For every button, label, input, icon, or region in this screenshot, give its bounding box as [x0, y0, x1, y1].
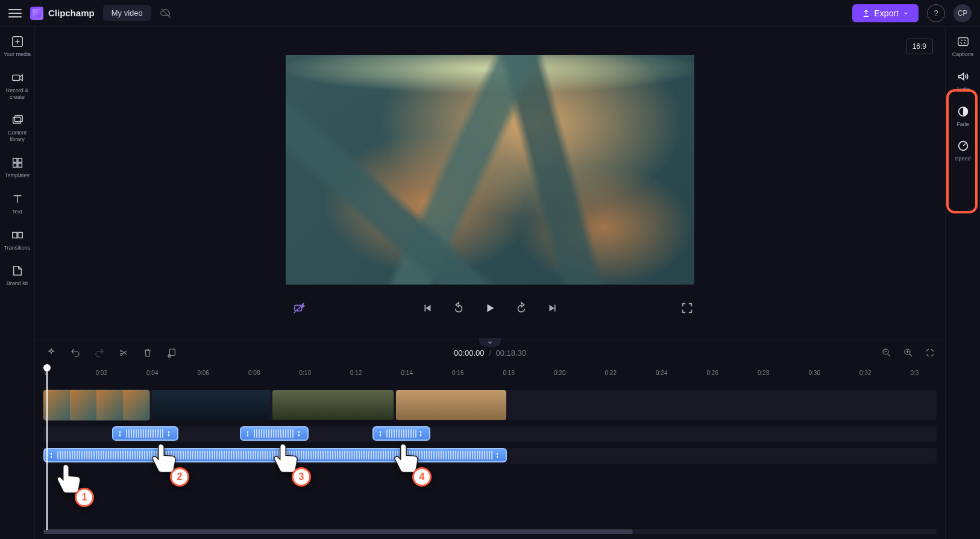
- duplicate-button[interactable]: [166, 347, 177, 358]
- svg-line-15: [294, 303, 304, 313]
- aspect-ratio-button[interactable]: 16:9: [906, 39, 933, 54]
- fullscreen-button[interactable]: [680, 301, 694, 315]
- playhead-handle[interactable]: [43, 364, 51, 371]
- app-logo[interactable]: Clipchamp: [30, 7, 95, 20]
- ruler-tick: 0:24: [656, 370, 667, 376]
- playback-controls: [285, 301, 695, 315]
- text-icon: [11, 192, 24, 206]
- ruler-tick: 0:04: [146, 370, 158, 376]
- sidebar-item-label: Fade: [956, 121, 969, 127]
- audio-clip[interactable]: [43, 448, 507, 462]
- gauge-icon: [956, 139, 970, 153]
- current-time: 00:00.00: [454, 348, 485, 358]
- speaker-icon: [956, 70, 970, 83]
- ruler-tick: 0:14: [401, 370, 413, 376]
- camera-icon: [11, 71, 24, 84]
- export-button[interactable]: Export: [852, 4, 919, 22]
- cc-icon: [956, 35, 970, 48]
- video-clip[interactable]: [272, 390, 394, 420]
- ruler-tick: 0:06: [198, 370, 209, 376]
- ruler-tick: 0:20: [554, 370, 565, 376]
- audio-clip[interactable]: [372, 426, 430, 441]
- menu-button[interactable]: [8, 7, 22, 20]
- timeline-scrollbar-thumb[interactable]: [43, 529, 633, 534]
- sidebar-item-brand-kit[interactable]: Brand kit: [1, 260, 34, 291]
- music-track[interactable]: [43, 448, 937, 464]
- ruler-tick: 0:30: [809, 370, 820, 376]
- delete-button[interactable]: [142, 347, 153, 358]
- video-clip[interactable]: [396, 390, 506, 420]
- app-header: Clipchamp My video Export ? CP: [0, 0, 980, 27]
- help-button[interactable]: ?: [927, 4, 945, 22]
- sidebar-item-label: Templates: [5, 172, 30, 178]
- rewind-button[interactable]: [452, 301, 465, 315]
- sidebar-item-captions[interactable]: Captions: [947, 30, 979, 63]
- sidebar-item-templates[interactable]: Templates: [1, 153, 34, 183]
- svg-rect-7: [13, 163, 16, 167]
- forward-button[interactable]: [515, 301, 528, 315]
- video-preview[interactable]: [286, 55, 694, 285]
- timeline-ruler[interactable]: 00:020:040:060:080:100:120:140:160:180:2…: [35, 366, 945, 383]
- zoom-out-button[interactable]: [881, 347, 892, 358]
- sidebar-item-your-media[interactable]: Your media: [1, 31, 34, 61]
- play-button[interactable]: [483, 301, 497, 315]
- ruler-tick: 0:12: [350, 370, 362, 376]
- redo-button[interactable]: [94, 347, 105, 358]
- brand-icon: [11, 264, 24, 277]
- sidebar-item-label: Record & create: [6, 87, 29, 100]
- svg-rect-10: [17, 232, 22, 238]
- skip-back-button[interactable]: [421, 301, 434, 315]
- auto-enhance-button[interactable]: [46, 347, 57, 358]
- upload-icon: [862, 9, 870, 17]
- plus-square-icon: [11, 35, 24, 48]
- tutorial-badge: 4: [412, 467, 432, 487]
- skip-forward-button[interactable]: [546, 301, 559, 315]
- avatar[interactable]: CP: [953, 4, 972, 22]
- svg-rect-9: [12, 232, 16, 238]
- sidebar-item-text[interactable]: Text: [1, 189, 34, 219]
- transition-icon: [11, 229, 24, 242]
- timecode-separator: /: [489, 348, 491, 358]
- video-clip[interactable]: [43, 390, 149, 420]
- ai-sparkle-button[interactable]: [292, 301, 306, 315]
- sidebar-item-content-library[interactable]: Content library: [1, 110, 34, 147]
- svg-rect-6: [17, 159, 21, 162]
- svg-rect-5: [13, 159, 16, 162]
- video-track[interactable]: [43, 390, 937, 420]
- project-title-field[interactable]: My video: [103, 5, 151, 21]
- sidebar-item-speed[interactable]: Speed: [947, 134, 979, 167]
- preview-stage: 16:9: [35, 27, 945, 339]
- sidebar-item-label: Speed: [955, 156, 970, 162]
- svg-rect-2: [12, 75, 19, 80]
- timecode-display: 00:00.00 / 00:18.30: [454, 348, 526, 358]
- undo-button[interactable]: [70, 347, 81, 358]
- cloud-off-icon[interactable]: [160, 7, 172, 19]
- zoom-fit-button[interactable]: [925, 347, 935, 358]
- fade-icon: [956, 105, 970, 118]
- chevron-down-icon: [903, 10, 909, 16]
- timeline-scrollbar[interactable]: [43, 529, 937, 534]
- ruler-tick: 0:3: [911, 370, 919, 376]
- sidebar-item-transitions[interactable]: Transitions: [1, 225, 34, 255]
- sidebar-item-label: Audio: [956, 86, 970, 92]
- zoom-in-button[interactable]: [903, 347, 914, 358]
- sidebar-item-record-create[interactable]: Record & create: [1, 68, 34, 104]
- svg-point-17: [121, 354, 122, 356]
- svg-line-0: [161, 8, 170, 17]
- tutorial-badge: 1: [75, 488, 94, 507]
- left-sidebar: Your media Record & create Content libra…: [0, 27, 35, 539]
- video-clip[interactable]: [152, 390, 270, 420]
- ruler-tick: 0:28: [758, 370, 769, 376]
- timeline-toolbar: 00:00.00 / 00:18.30: [35, 339, 945, 366]
- split-button[interactable]: [118, 347, 129, 358]
- ruler-tick: 0:26: [707, 370, 718, 376]
- audio-clip[interactable]: [112, 426, 178, 441]
- sidebar-item-fade[interactable]: Fade: [947, 100, 979, 133]
- ruler-tick: 0:22: [605, 370, 617, 376]
- ruler-tick: 0:16: [452, 370, 463, 376]
- svg-rect-3: [13, 118, 20, 124]
- sfx-track[interactable]: [43, 426, 937, 442]
- grid-icon: [11, 156, 24, 169]
- sidebar-item-audio[interactable]: Audio: [947, 65, 979, 98]
- audio-clip[interactable]: [240, 426, 309, 441]
